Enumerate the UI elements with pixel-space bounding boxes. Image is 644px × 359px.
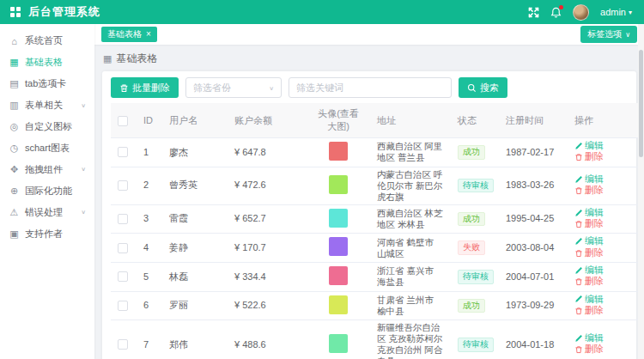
trash-icon <box>574 277 583 286</box>
form-icon: ▥ <box>9 100 20 111</box>
column-header-6: 注册时间 <box>499 103 568 138</box>
table-row: 7 郑伟 ¥ 488.6 新疆维吾尔自治区 克孜勒苏柯尔克孜自治州 阿合奇县 待… <box>111 320 643 359</box>
user-menu[interactable]: admin ▾ <box>600 7 632 17</box>
batch-delete-label: 批量删除 <box>132 82 170 94</box>
sidebar: ⌂ 系统首页 ▦ 基础表格 ▤ tab选项卡 ▥ 表单相关 ∨ ◎ 自定义图标 … <box>0 24 94 359</box>
edit-button[interactable]: 编辑 <box>574 208 604 218</box>
avatar-thumbnail[interactable] <box>329 295 348 314</box>
cell-username: 廖杰 <box>162 138 228 167</box>
sidebar-item-错误处理[interactable]: ⚠ 错误处理 ∨ <box>0 202 94 223</box>
column-header-1: 用户名 <box>162 103 228 138</box>
chevron-down-icon: ∨ <box>269 84 274 90</box>
delete-button[interactable]: 删除 <box>574 306 604 316</box>
delete-button[interactable]: 删除 <box>574 277 604 287</box>
province-filter-placeholder: 筛选省份 <box>193 82 231 94</box>
trash-icon <box>574 153 583 161</box>
scrollbar-thumb[interactable] <box>639 50 643 157</box>
status-badge: 失败 <box>458 240 485 255</box>
row-checkbox[interactable] <box>118 147 128 157</box>
avatar-thumbnail[interactable] <box>329 209 348 228</box>
row-checkbox[interactable] <box>118 301 128 311</box>
keyword-filter-input[interactable] <box>289 77 452 98</box>
sidebar-item-label: tab选项卡 <box>25 77 66 90</box>
cell-balance: ¥ 334.4 <box>228 263 307 292</box>
table-icon: ▦ <box>103 53 112 64</box>
pencil-icon <box>574 237 583 246</box>
column-header-4: 地址 <box>370 103 451 138</box>
table-row: 3 雷霞 ¥ 652.7 西藏自治区 林芝地区 米林县 成功 1995-04-2… <box>111 204 643 234</box>
pencil-icon <box>574 334 583 343</box>
edit-button[interactable]: 编辑 <box>574 174 604 185</box>
row-checkbox[interactable] <box>118 180 128 191</box>
edit-button[interactable]: 编辑 <box>574 236 604 246</box>
trash-icon <box>574 186 583 195</box>
delete-button[interactable]: 删除 <box>574 219 604 229</box>
row-checkbox[interactable] <box>118 271 128 282</box>
cell-id: 2 <box>137 167 162 204</box>
cell-username: 罗丽 <box>162 291 228 320</box>
search-button[interactable]: 搜索 <box>459 77 507 98</box>
sidebar-item-拖拽组件[interactable]: ✥ 拖拽组件 ∨ <box>0 159 94 180</box>
cell-register-date: 1995-04-25 <box>499 204 568 234</box>
batch-delete-button[interactable]: 批量删除 <box>111 77 179 98</box>
edit-button[interactable]: 编辑 <box>574 295 604 305</box>
cell-address: 河南省 鹤壁市 山城区 <box>370 234 451 263</box>
avatar-thumbnail[interactable] <box>329 175 348 194</box>
status-badge: 待审核 <box>458 270 494 284</box>
sidebar-item-自定义图标[interactable]: ◎ 自定义图标 <box>0 116 94 137</box>
sidebar-item-国际化功能[interactable]: ⊕ 国际化功能 <box>0 180 94 202</box>
avatar-thumbnail[interactable] <box>329 266 348 285</box>
tag-bar: 基础表格 × 标签选项 ∨ <box>94 24 644 45</box>
close-icon[interactable]: × <box>146 30 151 39</box>
breadcrumb: ▦ 基础表格 <box>103 52 636 66</box>
sidebar-item-label: 自定义图标 <box>25 120 72 133</box>
sidebar-item-表单相关[interactable]: ▥ 表单相关 ∨ <box>0 94 94 116</box>
fullscreen-icon[interactable] <box>528 7 539 18</box>
tab-tag-basic-table[interactable]: 基础表格 × <box>101 27 157 42</box>
avatar-thumbnail[interactable] <box>329 334 348 353</box>
avatar-thumbnail[interactable] <box>329 142 348 161</box>
cell-id: 6 <box>137 291 162 320</box>
table-card: 批量删除 筛选省份 ∨ 搜索 <box>102 71 636 359</box>
delete-button[interactable]: 删除 <box>574 152 604 162</box>
sidebar-item-schart图表[interactable]: ◷ schart图表 <box>0 137 94 159</box>
select-all-checkbox[interactable] <box>118 116 128 126</box>
delete-button[interactable]: 删除 <box>574 186 604 196</box>
table-toolbar: 批量删除 筛选省份 ∨ 搜索 <box>111 77 628 98</box>
search-label: 搜索 <box>480 82 499 94</box>
sidebar-item-label: 错误处理 <box>25 206 63 219</box>
avatar-thumbnail[interactable] <box>329 237 348 256</box>
sidebar-item-支持作者[interactable]: ▣ 支持作者 <box>0 223 94 245</box>
vertical-scrollbar[interactable] <box>638 24 644 359</box>
column-header-2: 账户余额 <box>228 103 307 138</box>
delete-button[interactable]: 删除 <box>574 344 604 355</box>
sidebar-item-基础表格[interactable]: ▦ 基础表格 <box>0 52 94 73</box>
cell-username: 曾秀英 <box>162 167 228 204</box>
table-row: 2 曾秀英 ¥ 472.6 内蒙古自治区 呼伦贝尔市 新巴尔虎右旗 待审核 19… <box>111 167 643 204</box>
cell-balance: ¥ 647.8 <box>228 138 307 167</box>
search-icon <box>467 83 477 93</box>
trash-icon <box>574 249 583 258</box>
sidebar-item-label: 基础表格 <box>25 56 63 69</box>
delete-button[interactable]: 删除 <box>574 248 604 259</box>
row-checkbox[interactable] <box>118 243 128 253</box>
user-avatar[interactable] <box>573 4 589 21</box>
pencil-icon <box>574 175 583 184</box>
cell-address: 内蒙古自治区 呼伦贝尔市 新巴尔虎右旗 <box>370 167 451 204</box>
row-checkbox[interactable] <box>118 339 128 350</box>
province-filter-select[interactable]: 筛选省份 ∨ <box>185 77 282 98</box>
notifications-bell-icon[interactable] <box>550 7 562 18</box>
sidebar-item-系统首页[interactable]: ⌂ 系统首页 <box>0 30 94 52</box>
edit-button[interactable]: 编辑 <box>574 333 604 344</box>
sidebar-item-tab选项卡[interactable]: ▤ tab选项卡 <box>0 73 94 94</box>
edit-button[interactable]: 编辑 <box>574 265 604 276</box>
row-checkbox[interactable] <box>118 214 128 224</box>
status-badge: 成功 <box>458 212 485 227</box>
edit-button[interactable]: 编辑 <box>574 141 604 151</box>
cell-balance: ¥ 522.6 <box>228 291 307 320</box>
cell-register-date: 1973-09-29 <box>499 291 568 320</box>
pencil-icon <box>574 266 583 275</box>
cell-address: 甘肃省 兰州市 榆中县 <box>370 291 451 320</box>
tag-options-button[interactable]: 标签选项 ∨ <box>580 26 637 43</box>
status-badge: 待审核 <box>458 179 494 193</box>
